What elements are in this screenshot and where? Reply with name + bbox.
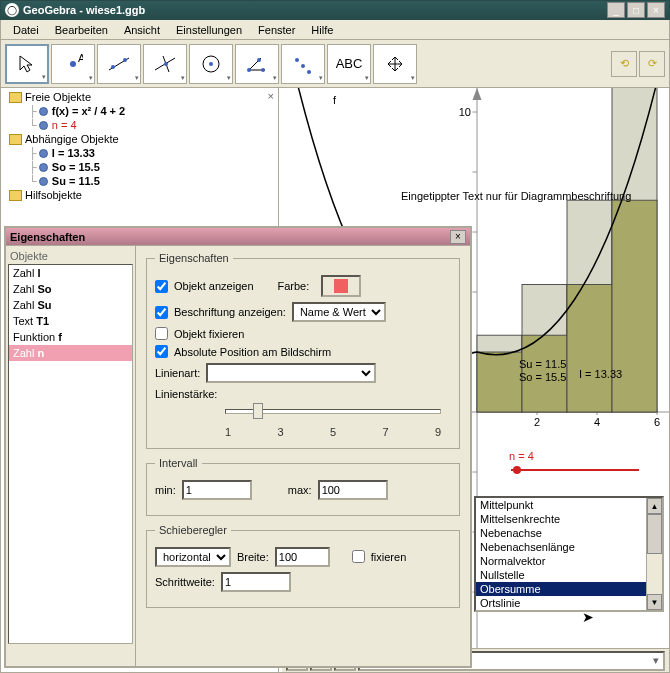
window-buttons: _ □ ×	[607, 2, 665, 18]
tree-item-i[interactable]: ├I = 13.33	[3, 146, 276, 160]
tool-perpendicular[interactable]: ▾	[143, 44, 187, 84]
legend-intervall: Intervall	[155, 457, 202, 469]
menu-bearbeiten[interactable]: Bearbeiten	[47, 22, 116, 38]
dialog-close-button[interactable]: ×	[450, 230, 466, 244]
opt-obersumme[interactable]: Obersumme	[476, 582, 662, 596]
scroll-thumb[interactable]	[647, 514, 662, 554]
object-list[interactable]: Zahl I Zahl So Zahl Su Text T1 Funktion …	[8, 264, 133, 644]
checkbox-show-object[interactable]	[155, 280, 168, 293]
checkbox-abs-position[interactable]	[155, 345, 168, 358]
opt-mittelsenkrechte[interactable]: Mittelsenkrechte	[476, 512, 662, 526]
svg-text:4: 4	[594, 416, 600, 428]
input-schrittweite[interactable]	[221, 572, 291, 592]
svg-point-0	[70, 61, 76, 67]
objects-header: Objekte	[8, 248, 133, 264]
opt-nullstelle[interactable]: Nullstelle	[476, 568, 662, 582]
tool-move[interactable]: ▾	[5, 44, 49, 84]
tree-dep-objects[interactable]: Abhängige Objekte	[3, 132, 276, 146]
select-linienart[interactable]	[206, 363, 376, 383]
menubar: Datei Bearbeiten Ansicht Einstellungen F…	[0, 20, 670, 40]
label-show-label: Beschriftung anzeigen:	[174, 306, 286, 318]
opt-mittelpunkt[interactable]: Mittelpunkt	[476, 498, 662, 512]
tool-point[interactable]: A▾	[51, 44, 95, 84]
select-orientation[interactable]: horizontal	[155, 547, 231, 567]
slider-linienstaerke[interactable]	[225, 404, 441, 426]
svg-text:6: 6	[654, 416, 660, 428]
svg-text:10: 10	[459, 106, 471, 118]
tool-reflect[interactable]: ▾	[281, 44, 325, 84]
input-min[interactable]	[182, 480, 252, 500]
undo-button[interactable]: ⟲	[611, 51, 637, 77]
menu-einstellungen[interactable]: Einstellungen	[168, 22, 250, 38]
svg-point-14	[301, 64, 305, 68]
obj-zahl-i[interactable]: Zahl I	[9, 265, 132, 281]
fieldset-intervall: Intervall min: max:	[146, 457, 460, 516]
color-swatch[interactable]	[321, 275, 361, 297]
svg-point-11	[261, 68, 265, 72]
svg-text:A: A	[78, 54, 83, 64]
tree-item-su[interactable]: └Su = 11.5	[3, 174, 276, 188]
redo-button[interactable]: ⟳	[639, 51, 665, 77]
slider-thumb[interactable]	[253, 403, 263, 419]
menu-ansicht[interactable]: Ansicht	[116, 22, 168, 38]
tree-item-n[interactable]: └n = 4	[3, 118, 276, 132]
input-breite[interactable]	[275, 547, 330, 567]
fieldset-eigenschaften: Eigenschaften Objekt anzeigen Farbe: Bes…	[146, 252, 460, 449]
label-show-object: Objekt anzeigen	[174, 280, 254, 292]
obj-zahl-su[interactable]: Zahl Su	[9, 297, 132, 313]
svg-point-4	[123, 58, 127, 62]
obj-zahl-n[interactable]: Zahl n	[9, 345, 132, 361]
tree-item-f[interactable]: ├f(x) = x² / 4 + 2	[3, 104, 276, 118]
minimize-button[interactable]: _	[607, 2, 625, 18]
opt-normalvektor[interactable]: Normalvektor	[476, 554, 662, 568]
dialog-title: Eigenschaften	[10, 231, 85, 243]
scroll-down-icon[interactable]: ▼	[647, 594, 662, 610]
svg-point-53	[513, 466, 521, 474]
svg-rect-36	[612, 200, 657, 412]
select-label-mode[interactable]: Name & Wert	[292, 302, 386, 322]
tool-line[interactable]: ▾	[97, 44, 141, 84]
tree-item-so[interactable]: ├So = 15.5	[3, 160, 276, 174]
maximize-button[interactable]: □	[627, 2, 645, 18]
dialog-titlebar[interactable]: Eigenschaften ×	[6, 228, 470, 246]
opt-ortslinie[interactable]: Ortslinie	[476, 596, 662, 610]
svg-text:So = 15.5: So = 15.5	[519, 371, 566, 383]
checkbox-fixieren[interactable]	[352, 550, 365, 563]
close-pane-icon[interactable]: ×	[268, 90, 274, 102]
svg-text:n = 4: n = 4	[509, 450, 534, 462]
checkbox-fix-object[interactable]	[155, 327, 168, 340]
legend-schieberegler: Schieberegler	[155, 524, 231, 536]
label-max: max:	[288, 484, 312, 496]
popup-scrollbar[interactable]: ▲ ▼	[646, 498, 662, 610]
label-linienstaerke: Linienstärke:	[155, 388, 217, 400]
obj-text-t1[interactable]: Text T1	[9, 313, 132, 329]
tool-angle[interactable]: ▾	[235, 44, 279, 84]
label-fixieren: fixieren	[371, 551, 406, 563]
properties-dialog: Eigenschaften × Objekte Zahl I Zahl So Z…	[4, 226, 472, 668]
tool-translate[interactable]: ▾	[373, 44, 417, 84]
toolbar: ▾ A▾ ▾ ▾ ▾ ▾ ▾ ABC▾ ▾ ⟲ ⟳	[0, 40, 670, 88]
tool-text[interactable]: ABC▾	[327, 44, 371, 84]
opt-nebenachsenlaenge[interactable]: Nebenachsenlänge	[476, 540, 662, 554]
window-title: GeoGebra - wiese1.ggb	[23, 4, 145, 16]
menu-hilfe[interactable]: Hilfe	[303, 22, 341, 38]
tree-free-objects[interactable]: Freie Objekte	[3, 90, 276, 104]
checkbox-show-label[interactable]	[155, 306, 168, 319]
svg-point-15	[307, 70, 311, 74]
svg-text:Eingetippter Text nur für Diag: Eingetippter Text nur für Diagrammbeschr…	[401, 190, 631, 202]
svg-point-10	[247, 68, 251, 72]
label-abs-position: Absolute Position am Bildschirm	[174, 346, 331, 358]
legend-eigenschaften: Eigenschaften	[155, 252, 233, 264]
command-popup[interactable]: Mittelpunkt Mittelsenkrechte Nebenachse …	[474, 496, 664, 612]
tree-aux-objects[interactable]: Hilfsobjekte	[3, 188, 276, 202]
input-max[interactable]	[318, 480, 388, 500]
label-farbe: Farbe:	[278, 280, 310, 292]
scroll-up-icon[interactable]: ▲	[647, 498, 662, 514]
menu-fenster[interactable]: Fenster	[250, 22, 303, 38]
opt-nebenachse[interactable]: Nebenachse	[476, 526, 662, 540]
menu-datei[interactable]: Datei	[5, 22, 47, 38]
tool-circle[interactable]: ▾	[189, 44, 233, 84]
obj-zahl-so[interactable]: Zahl So	[9, 281, 132, 297]
close-button[interactable]: ×	[647, 2, 665, 18]
obj-funktion-f[interactable]: Funktion f	[9, 329, 132, 345]
